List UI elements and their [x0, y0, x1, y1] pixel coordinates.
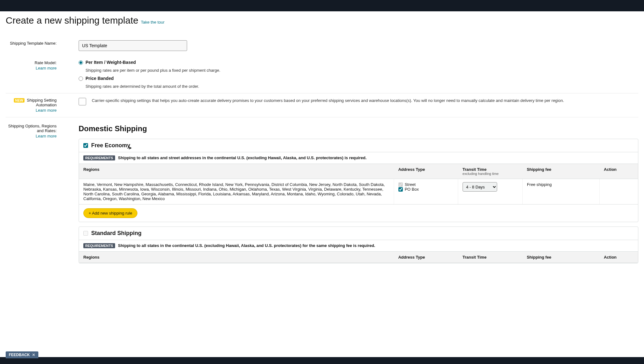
col-address-type: Address Type [394, 164, 458, 179]
table-header-row: Regions Address Type Transit Time exclud… [79, 164, 638, 179]
options-label: Shipping Options, Regions and Rates: [8, 124, 57, 133]
take-tour-link[interactable]: Take the tour [141, 20, 164, 25]
add-shipping-rule-button[interactable]: + Add new shipping rule [83, 208, 137, 218]
standard-checkbox [83, 231, 88, 236]
table-header-row: Regions Address Type Transit Time Shippi… [79, 252, 638, 263]
col-shipping-fee: Shipping fee [522, 164, 599, 179]
cell-action [599, 179, 638, 204]
radio-per-item-input[interactable] [79, 60, 83, 65]
options-learn-more[interactable]: Learn more [6, 134, 57, 138]
template-name-label: Shipping Template Name: [10, 41, 57, 46]
table-row: Maine, Vermont, New Hampshire, Massachus… [79, 179, 638, 204]
col-action: Action [599, 252, 638, 263]
radio-price-banded-input[interactable] [79, 76, 83, 81]
transit-select[interactable]: 4 - 8 Days [463, 182, 497, 192]
free-economy-header: Free Economy [79, 139, 638, 152]
rate-model-learn-more[interactable]: Learn more [6, 66, 57, 70]
standard-table: Regions Address Type Transit Time Shippi… [79, 252, 638, 263]
automation-row: NEW Shipping Setting Automation Learn mo… [6, 93, 638, 117]
radio-per-item-desc: Shipping rates are per item or per pound… [86, 68, 638, 73]
col-transit-time: Transit Time excluding handling time [458, 164, 522, 179]
automation-desc: Carrier-specific shipping settings that … [92, 98, 564, 104]
cell-regions: Maine, Vermont, New Hampshire, Massachus… [79, 179, 394, 204]
requirements-text: Shipping to all states in the continenta… [118, 243, 375, 248]
col-action: Action [599, 164, 638, 179]
free-economy-requirements: REQUIREMENTS Shipping to all states and … [79, 152, 638, 164]
rate-model-row: Rate Model: Learn more Per Item / Weight… [6, 55, 638, 93]
requirements-badge: REQUIREMENTS [83, 243, 115, 248]
automation-learn-more[interactable]: Learn more [6, 108, 57, 113]
rate-model-label: Rate Model: [35, 60, 57, 65]
radio-price-banded-desc: Shipping rates are determined by the tot… [86, 84, 638, 89]
free-economy-panel: Free Economy REQUIREMENTS Shipping to al… [79, 139, 638, 222]
new-badge: NEW [14, 98, 25, 103]
radio-per-item[interactable]: Per Item / Weight-Based [79, 60, 638, 65]
cell-transit: 4 - 8 Days [458, 179, 522, 204]
radio-per-item-title: Per Item / Weight-Based [86, 60, 136, 65]
pobox-label: PO Box [405, 187, 419, 192]
street-checkbox [398, 182, 403, 187]
free-economy-checkbox[interactable] [83, 143, 88, 148]
automation-checkbox[interactable] [79, 98, 86, 105]
standard-title: Standard Shipping [91, 230, 142, 237]
cell-fee: Free shipping [522, 179, 599, 204]
page-content: Create a new shipping template Take the … [0, 11, 644, 285]
free-economy-title: Free Economy [91, 142, 130, 149]
standard-header: Standard Shipping [79, 227, 638, 240]
col-address-type: Address Type [394, 252, 458, 263]
pobox-checkbox[interactable] [398, 187, 403, 192]
col-regions: Regions [79, 252, 394, 263]
street-label: Street [405, 182, 416, 187]
radio-price-banded[interactable]: Price Banded [79, 76, 638, 81]
requirements-badge: REQUIREMENTS [83, 155, 115, 160]
col-transit-sub: excluding handling time [463, 172, 518, 176]
automation-label: Shipping Setting Automation [27, 98, 57, 107]
top-nav-bar [0, 0, 644, 11]
standard-requirements: REQUIREMENTS Shipping to all states in t… [79, 240, 638, 252]
domestic-heading: Domestic Shipping [79, 124, 638, 133]
col-regions: Regions [79, 164, 394, 179]
template-name-row: Shipping Template Name: [6, 31, 638, 55]
col-transit-time: Transit Time [458, 252, 522, 263]
col-shipping-fee: Shipping fee [522, 252, 599, 263]
page-title: Create a new shipping template [6, 15, 138, 26]
template-name-input[interactable] [79, 40, 187, 51]
col-transit-label: Transit Time [463, 167, 486, 172]
radio-price-banded-title: Price Banded [86, 76, 114, 81]
free-economy-table: Regions Address Type Transit Time exclud… [79, 164, 638, 204]
standard-shipping-panel: Standard Shipping REQUIREMENTS Shipping … [79, 227, 638, 263]
cell-address-type: Street PO Box [394, 179, 458, 204]
requirements-text: Shipping to all states and street addres… [118, 155, 367, 160]
options-row: Shipping Options, Regions and Rates: Lea… [6, 117, 638, 272]
